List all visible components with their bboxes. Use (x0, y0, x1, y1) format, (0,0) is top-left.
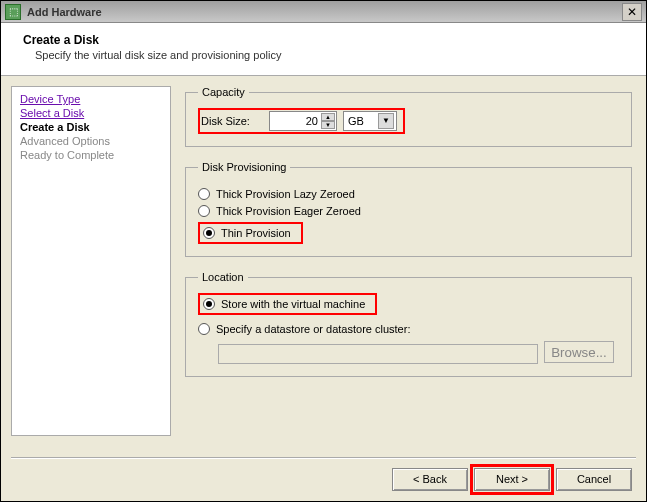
radio-thick-lazy[interactable] (198, 188, 210, 200)
capacity-legend: Capacity (198, 86, 249, 98)
radio-store-vm[interactable] (203, 298, 215, 310)
back-button[interactable]: < Back (392, 468, 468, 491)
app-icon: ⬚ (5, 4, 21, 20)
step-ready-complete: Ready to Complete (20, 149, 162, 161)
capacity-group: Capacity Disk Size: 20 ▲ ▼ GB (185, 86, 632, 147)
cancel-button[interactable]: Cancel (556, 468, 632, 491)
label-thick-lazy: Thick Provision Lazy Zeroed (216, 188, 355, 200)
provisioning-legend: Disk Provisioning (198, 161, 290, 173)
next-button[interactable]: Next > (474, 468, 550, 491)
label-store-vm: Store with the virtual machine (221, 298, 365, 310)
window-title: Add Hardware (27, 6, 102, 18)
disk-size-unit-select[interactable]: GB (343, 111, 397, 131)
titlebar: ⬚ Add Hardware ✕ (1, 1, 646, 23)
step-create-disk: Create a Disk (20, 121, 162, 133)
disk-size-input[interactable]: 20 ▲ ▼ (269, 111, 337, 131)
wizard-header: Create a Disk Specify the virtual disk s… (1, 23, 646, 76)
spinner-up-icon[interactable]: ▲ (321, 113, 335, 121)
radio-thin[interactable] (203, 227, 215, 239)
provisioning-group: Disk Provisioning Thick Provision Lazy Z… (185, 161, 632, 257)
wizard-steps: Device Type Select a Disk Create a Disk … (11, 86, 171, 436)
location-legend: Location (198, 271, 248, 283)
step-select-disk[interactable]: Select a Disk (20, 107, 162, 119)
step-device-type[interactable]: Device Type (20, 93, 162, 105)
location-group: Location Store with the virtual machine … (185, 271, 632, 377)
datastore-input (218, 344, 538, 364)
label-specify-datastore: Specify a datastore or datastore cluster… (216, 323, 410, 335)
disk-size-label: Disk Size: (201, 115, 263, 127)
label-thin: Thin Provision (221, 227, 291, 239)
browse-button: Browse... (544, 341, 614, 363)
page-subtitle: Specify the virtual disk size and provis… (23, 49, 630, 61)
radio-thick-eager[interactable] (198, 205, 210, 217)
disk-size-spinner[interactable]: ▲ ▼ (321, 113, 335, 129)
footer-separator (11, 457, 636, 459)
spinner-down-icon[interactable]: ▼ (321, 121, 335, 129)
label-thick-eager: Thick Provision Eager Zeroed (216, 205, 361, 217)
radio-specify-datastore[interactable] (198, 323, 210, 335)
page-title: Create a Disk (23, 33, 630, 47)
step-advanced-options: Advanced Options (20, 135, 162, 147)
close-button[interactable]: ✕ (622, 3, 642, 21)
